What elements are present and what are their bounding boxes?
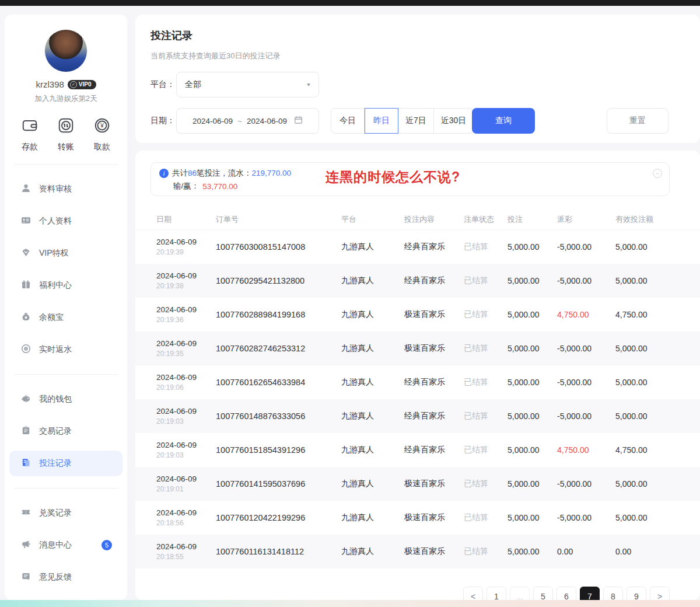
winloss-value: 53,770.00 [202,182,237,191]
cell-status: 已结算 [464,309,508,320]
cell-time: 20:18:55 [156,553,216,561]
collapse-icon[interactable]: − [653,169,662,178]
message-count-badge: 5 [102,540,112,550]
cell-order-no: 1007760148876333056 [216,411,341,421]
cell-content: 经典百家乐 [404,242,464,252]
user-icon [21,183,31,195]
table-row: 2024-06-0920:19:03 1007760148876333056 九… [135,399,700,433]
sidebar-item-vip[interactable]: VIP特权 [5,240,127,266]
money-bag-icon [21,312,31,323]
sidebar-item-label: 兑奖记录 [39,508,72,518]
sidebar-item-transactions[interactable]: 交易记录 [5,418,127,444]
range-7days-button[interactable]: 近7日 [398,108,434,134]
page-ellipsis[interactable]: ... [510,587,530,600]
range-30days-button[interactable]: 近30日 [434,108,474,134]
clipboard-icon [21,425,31,437]
sidebar-menu: 资料审核 个人资料 VIP特权 福利中心 余额宝 实时返水 [5,176,127,362]
cell-date: 2024-06-09 [156,542,216,551]
vip-badge[interactable]: ✓VIP0 [68,80,96,89]
transfer-button[interactable]: 转账 [57,117,75,152]
page-button-8[interactable]: 8 [603,587,623,600]
next-page-button[interactable]: > [650,587,670,600]
cell-content: 极速百家乐 [404,479,464,489]
sidebar-item-feedback[interactable]: 意见反馈 [5,564,127,590]
cell-platform: 九游真人 [341,479,404,489]
platform-select[interactable]: 全部 ▾ [176,72,319,97]
cell-order-no: 1007760120422199296 [216,513,341,522]
range-label: 今日 [340,116,356,126]
cell-date: 2024-06-09 [156,373,216,382]
cell-content: 极速百家乐 [404,309,464,320]
sidebar-item-label: 资料审核 [39,184,72,194]
cell-valid-bet: 5,000.00 [615,242,682,252]
page-button-6[interactable]: 6 [556,587,576,600]
date-filter-row: 日期： 2024-06-09 ~ 2024-06-09 今日 昨日 近7日 近3… [135,108,700,134]
page-button-7-active[interactable]: 7 [580,587,600,600]
sidebar-item-messages[interactable]: 消息中心 5 [5,532,127,558]
sidebar-item-yuebao[interactable]: 余额宝 [5,305,127,330]
page-button-1[interactable]: 1 [487,587,506,600]
cell-date: 2024-06-09 [156,238,216,246]
cell-valid-bet: 0.00 [615,547,682,556]
col-header-bet: 投注 [508,214,557,225]
winloss-label: 输/赢： [173,181,199,191]
calendar-icon [294,116,303,126]
cell-valid-bet: 4,750.00 [615,310,682,319]
cell-platform: 九游真人 [341,309,404,320]
cell-status: 已结算 [464,242,508,252]
cell-bet: 5,000.00 [508,344,557,353]
page-button-9[interactable]: 9 [626,587,646,600]
cell-content: 经典百家乐 [404,275,464,286]
reset-button[interactable]: 重置 [607,108,668,134]
sidebar-item-profile[interactable]: 个人资料 [5,208,127,234]
wallet-icon [21,117,38,137]
platform-selected-value: 全部 [185,79,201,90]
cell-time: 20:18:56 [156,519,216,527]
sidebar-item-bet-records[interactable]: 投注记录 [9,451,123,476]
table-row: 2024-06-0920:18:55 1007760116131418112 九… [135,535,700,568]
summary-prefix: 共计 [172,169,188,177]
sidebar-item-audit[interactable]: 资料审核 [5,176,127,202]
date-end-value: 2024-06-09 [247,117,287,125]
query-button[interactable]: 查询 [472,108,535,134]
chevron-down-icon: ▾ [307,81,310,88]
range-yesterday-button[interactable]: 昨日 [365,108,398,134]
range-today-button[interactable]: 今日 [331,108,365,134]
sidebar-item-label: 投注记录 [39,458,72,469]
ticket-icon [21,507,31,519]
piggy-bank-icon [21,393,31,405]
date-range-input[interactable]: 2024-06-09 ~ 2024-06-09 [176,108,319,134]
withdraw-label: 取款 [94,142,110,152]
cell-payout: 4,750.00 [557,445,615,455]
username: krzl398 [36,79,64,89]
cell-payout: 4,750.00 [557,310,615,319]
withdraw-button[interactable]: ¥ 取款 [93,117,111,152]
cell-bet: 5,000.00 [508,276,557,285]
cell-status: 已结算 [464,445,508,455]
cell-order-no: 1007760288984199168 [216,310,341,319]
cell-payout: -5,000.00 [557,242,615,252]
cell-platform: 九游真人 [341,411,404,421]
sidebar-item-welfare[interactable]: 福利中心 [5,273,127,298]
cell-status: 已结算 [464,275,508,286]
cell-platform: 九游真人 [341,445,404,455]
cell-order-no: 1007760282746253312 [216,344,341,353]
prev-page-button[interactable]: < [463,587,483,600]
avatar[interactable] [44,29,88,72]
deposit-button[interactable]: 存款 [21,117,38,152]
cell-time: 20:19:03 [156,417,216,425]
cell-date: 2024-06-09 [156,305,216,314]
info-icon: i [159,169,169,178]
page-button-5[interactable]: 5 [533,587,553,600]
sidebar-item-redeem[interactable]: 兑奖记录 [5,500,127,526]
cell-content: 极速百家乐 [404,512,464,523]
cell-valid-bet: 5,000.00 [615,411,682,421]
sidebar-item-wallet[interactable]: 我的钱包 [5,386,127,412]
cell-platform: 九游真人 [341,242,404,252]
sidebar: krzl398 ✓VIP0 加入九游娱乐第2天 存款 转账 [5,15,127,600]
sidebar-item-rebate[interactable]: 实时返水 [5,337,127,362]
transfer-icon [57,117,75,137]
sidebar-item-label: 余额宝 [39,312,64,323]
filter-card: 投注记录 当前系统支持查询最近30日的投注记录 平台： 全部 ▾ 日期： 202… [135,15,700,143]
cell-date: 2024-06-09 [156,407,216,416]
